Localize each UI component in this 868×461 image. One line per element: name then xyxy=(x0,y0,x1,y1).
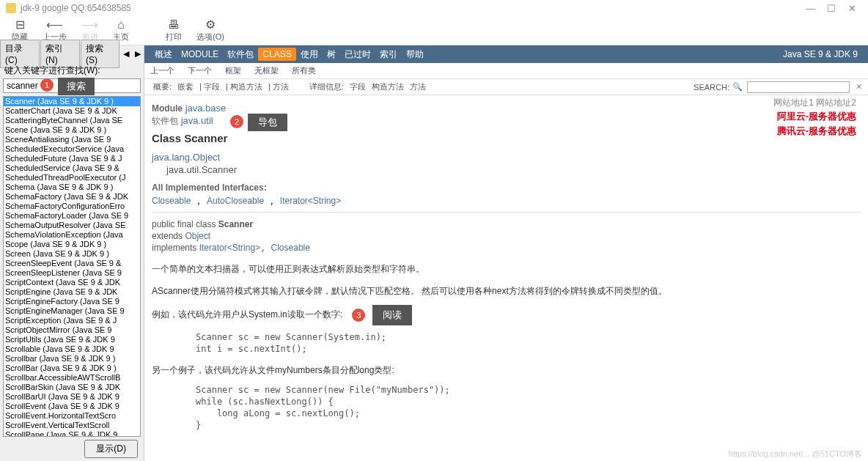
list-item[interactable]: ScrollBar (Java SE 9 & JDK 9 ) xyxy=(4,364,140,373)
list-item[interactable]: SchemaOutputResolver (Java SE xyxy=(4,221,140,230)
nav-module[interactable]: MODULE xyxy=(177,49,223,59)
summary-constr[interactable]: | 构造方法 xyxy=(226,81,262,92)
paragraph-3: 例如，该代码允许用户从System.in读取一个数字: 3 阅读 xyxy=(152,305,861,325)
nav-deprecated[interactable]: 已过时 xyxy=(340,48,375,61)
impl-closeable[interactable]: Closeable xyxy=(152,196,191,206)
prev-link[interactable]: 上一个 xyxy=(150,65,174,76)
site-links[interactable]: 网站地址1 网站地址2 xyxy=(773,97,856,109)
list-item[interactable]: ScreenSleepEvent (Java SE 9 & xyxy=(4,259,140,268)
list-item[interactable]: Scope (Java SE 9 & JDK 9 ) xyxy=(4,240,140,249)
watermark: https://blog.csdn.net/... @51CTO博客 xyxy=(729,449,862,460)
list-item[interactable]: ScriptEngineFactory (Java SE 9 xyxy=(4,297,140,306)
print-icon: 🖶 xyxy=(168,18,180,32)
detail-method[interactable]: 方法 xyxy=(410,81,426,92)
tab-prev-icon[interactable]: ◀ xyxy=(120,49,132,59)
sub-nav-2: 概要: 嵌套 | 字段 | 构造方法 | 方法 详细信息: 字段 构造方法 方法… xyxy=(144,79,868,95)
summary-field[interactable]: | 字段 xyxy=(199,81,220,92)
list-item[interactable]: Scrollable (Java SE 9 & JDK 9 xyxy=(4,344,140,354)
annotation-badge-1: 1 xyxy=(40,78,54,92)
impl-iterator[interactable]: Iterator<String> xyxy=(280,196,341,206)
list-item[interactable]: ScriptEngine (Java SE 9 & JDK xyxy=(4,287,140,297)
hide-icon: ⊟ xyxy=(15,18,25,32)
list-item[interactable]: Scrollbar.AccessibleAWTScrollB xyxy=(4,373,140,383)
paragraph-1: 一个简单的文本扫描器，可以使用正则表达式解析原始类型和字符串。 xyxy=(152,261,861,277)
list-item[interactable]: SchemaFactoryLoader (Java SE 9 xyxy=(4,211,140,221)
list-item[interactable]: ScrollBarUI (Java SE 9 & JDK 9 xyxy=(4,392,140,402)
search-label: SEARCH: xyxy=(694,83,729,92)
summary-method[interactable]: | 方法 xyxy=(268,81,289,92)
back-icon: ⟵ xyxy=(46,18,63,32)
title-bar: jdk-9 google QQ:654638585 — ☐ ✕ xyxy=(0,0,868,16)
list-item[interactable]: SchemaViolationException (Java xyxy=(4,230,140,240)
list-item[interactable]: ScrollBarSkin (Java SE 9 & JDK xyxy=(4,383,140,392)
paragraph-2: AScanner使用分隔符模式将其输入打破令牌，默认情况下匹配空格。 然后可以使… xyxy=(152,283,861,299)
list-item[interactable]: ScheduledThreadPoolExecutor (J xyxy=(4,173,140,182)
nav-help[interactable]: 帮助 xyxy=(402,48,428,61)
list-item[interactable]: ScrollEvent.VerticalTextScroll xyxy=(4,421,140,430)
list-item[interactable]: Scanner (Java SE 9 & JDK 9 ) xyxy=(4,97,140,106)
package-link[interactable]: java.util xyxy=(181,115,213,126)
options-icon: ⚙ xyxy=(205,18,216,32)
print-button[interactable]: 🖶打印 xyxy=(166,18,182,43)
display-button[interactable]: 显示(D) xyxy=(84,440,138,458)
list-item[interactable]: ScatteringByteChannel (Java SE xyxy=(4,116,140,125)
options-button[interactable]: ⚙选项(O) xyxy=(196,18,224,43)
close-icon[interactable]: ✕ xyxy=(842,3,862,14)
list-item[interactable]: ScriptException (Java SE 9 & J xyxy=(4,316,140,325)
inherit-scanner: java.util.Scanner xyxy=(152,164,861,175)
main-toolbar: ⊟隐藏 ⟵上一步 ⟶前进 ⌂主页 🖶打印 ⚙选项(O) xyxy=(0,16,868,45)
inherit-object[interactable]: java.lang.Object xyxy=(152,152,220,163)
nav-package[interactable]: 软件包 xyxy=(223,48,258,61)
noframes-link[interactable]: 无框架 xyxy=(254,65,279,76)
forward-icon: ⟶ xyxy=(81,18,98,32)
detail-field[interactable]: 字段 xyxy=(350,81,366,92)
detail-constr[interactable]: 构造方法 xyxy=(372,81,404,92)
maximize-icon[interactable]: ☐ xyxy=(821,3,842,14)
list-item[interactable]: Scrollbar (Java SE 9 & JDK 9 ) xyxy=(4,354,140,364)
list-item[interactable]: SceneAntialiasing (Java SE 9 xyxy=(4,135,140,144)
tab-next-icon[interactable]: ▶ xyxy=(132,49,144,59)
annotation-2: 导包 xyxy=(248,114,287,131)
clear-search-icon[interactable]: ✕ xyxy=(856,82,862,92)
nav-overview[interactable]: 概述 xyxy=(150,48,177,61)
nav-class[interactable]: CLASS xyxy=(258,48,295,61)
list-item[interactable]: ScrollEvent (Java SE 9 & JDK 9 xyxy=(4,402,140,411)
annotation-badge-3: 3 xyxy=(352,309,365,322)
list-item[interactable]: Screen (Java SE 9 & JDK 9 ) xyxy=(4,249,140,259)
class-signature: public final class Scanner extends Objec… xyxy=(152,218,861,254)
summary-nested[interactable]: 嵌套 xyxy=(177,81,194,92)
detail-label: 详细信息: xyxy=(309,81,344,92)
doc-search-input[interactable] xyxy=(747,81,850,93)
list-item[interactable]: ScheduledService (Java SE 9 & xyxy=(4,163,140,173)
result-list[interactable]: Scanner (Java SE 9 & JDK 9 )ScatterChart… xyxy=(3,96,141,437)
list-item[interactable]: ScriptObjectMirror (Java SE 9 xyxy=(4,325,140,335)
list-item[interactable]: ScriptContext (Java SE 9 & JDK xyxy=(4,278,140,287)
list-item[interactable]: ScriptUtils (Java SE 9 & JDK 9 xyxy=(4,335,140,344)
list-item[interactable]: ScatterChart (Java SE 9 & JDK xyxy=(4,106,140,116)
frames-link[interactable]: 框架 xyxy=(225,65,241,76)
list-item[interactable]: ScrollPane (Java SE 9 & JDK 9 xyxy=(4,430,140,437)
list-item[interactable]: ScriptEngineManager (Java SE 9 xyxy=(4,306,140,316)
list-item[interactable]: ScreenSleepListener (Java SE 9 xyxy=(4,268,140,278)
impl-autocloseable[interactable]: AutoCloseable xyxy=(207,196,264,206)
list-item[interactable]: SchemaFactory (Java SE 9 & JDK xyxy=(4,192,140,202)
list-item[interactable]: Schema (Java SE 9 & JDK 9 ) xyxy=(4,182,140,192)
nav-tree[interactable]: 树 xyxy=(323,48,340,61)
sidebar: 目录(C) 索引(N) 搜索(S) ◀ ▶ 键入关键字进行查找(W): 1 搜索… xyxy=(0,45,144,461)
list-item[interactable]: ScheduledFuture (Java SE 9 & J xyxy=(4,154,140,163)
module-label: Module xyxy=(152,103,183,114)
list-item[interactable]: Scene (Java SE 9 & JDK 9 ) xyxy=(4,125,140,135)
main-pane: 概述 MODULE 软件包 CLASS 使用 树 已过时 索引 帮助 Java … xyxy=(144,45,868,461)
search-icon: 🔍 xyxy=(732,82,743,92)
nav-use[interactable]: 使用 xyxy=(296,48,323,61)
list-item[interactable]: ScrollEvent.HorizontalTextScro xyxy=(4,411,140,421)
list-item[interactable]: SchemaFactoryConfigurationErro xyxy=(4,202,140,211)
list-item[interactable]: ScheduledExecutorService (Java xyxy=(4,144,140,154)
next-link[interactable]: 下一个 xyxy=(188,65,212,76)
nav-index[interactable]: 索引 xyxy=(375,48,402,61)
minimize-icon[interactable]: — xyxy=(801,3,821,14)
sub-nav-1: 上一个 下一个 框架 无框架 所有类 xyxy=(144,63,868,79)
impl-interfaces-label: All Implemented Interfaces: xyxy=(152,182,861,193)
allclasses-link[interactable]: 所有类 xyxy=(292,65,316,76)
module-link[interactable]: java.base xyxy=(185,103,227,114)
